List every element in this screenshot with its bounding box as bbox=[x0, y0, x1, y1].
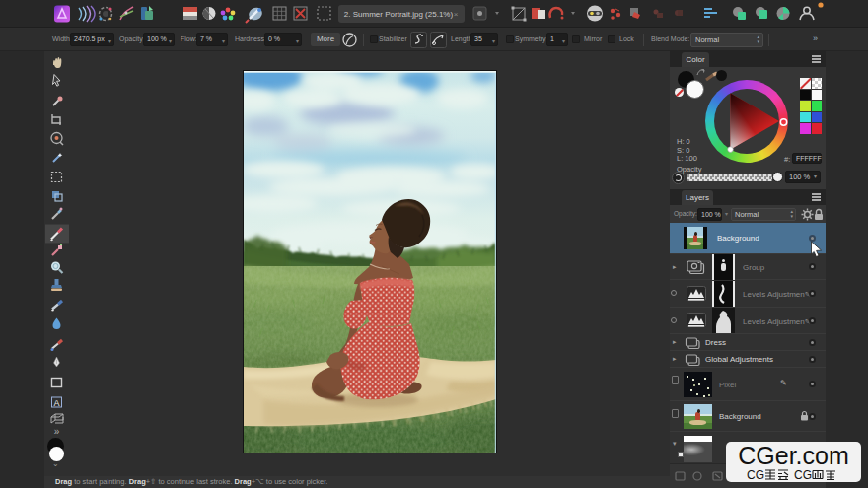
svg-text:×: × bbox=[454, 10, 459, 19]
svg-text:2. Summer Portrait.jpg (25.1%): 2. Summer Portrait.jpg (25.1%) bbox=[344, 10, 454, 19]
svg-text:CG: CG bbox=[794, 468, 812, 481]
svg-text:CG: CG bbox=[747, 468, 764, 481]
svg-text:»: » bbox=[54, 426, 60, 437]
svg-text:A: A bbox=[53, 398, 59, 408]
